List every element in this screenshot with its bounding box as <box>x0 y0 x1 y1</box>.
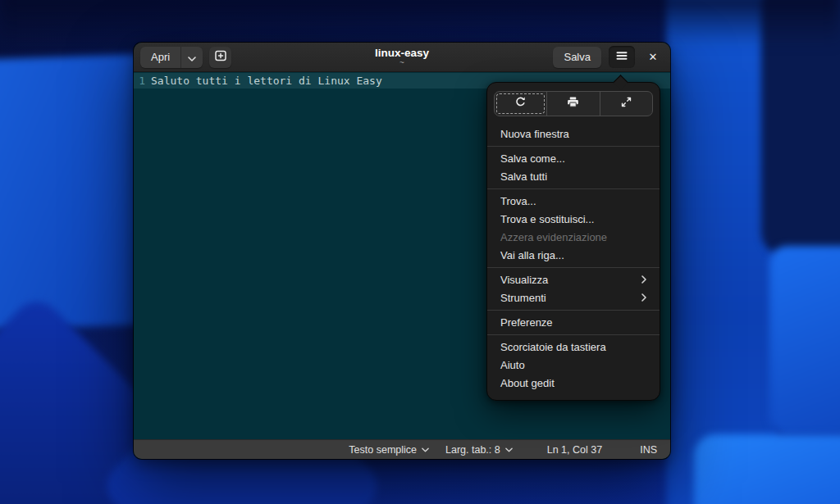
wallpaper-cube <box>694 434 840 504</box>
tab-width-label: Larg. tab.: 8 <box>445 444 500 456</box>
cursor-position: Ln 1, Col 37 <box>547 444 602 456</box>
open-button[interactable]: Apri <box>140 47 180 68</box>
menu-group: Scorciatoie da tastiera Aiuto About gedi… <box>487 334 660 395</box>
menu-item-about-gedit[interactable]: About gedit <box>492 374 655 392</box>
menu-item-azzera-evidenziazione: Azzera evidenziazione <box>492 228 655 246</box>
editor-line-text: Saluto tutti i lettori di Linux Easy <box>145 75 382 87</box>
new-tab-button[interactable] <box>209 47 231 68</box>
open-split-button: Apri <box>140 47 203 68</box>
menu-item-label: Preferenze <box>500 316 553 329</box>
menu-item-label: Salva come... <box>500 152 565 165</box>
menu-item-label: Azzera evidenziazione <box>500 231 607 243</box>
wallpaper-cube <box>769 246 840 434</box>
insert-mode-indicator: INS <box>640 444 657 456</box>
window-title: linux-easy <box>375 47 429 59</box>
reload-icon <box>514 96 527 111</box>
language-label: Testo semplice <box>349 444 417 456</box>
menu-item-label: Trova... <box>500 195 536 207</box>
menu-group: Trova... Trova e sostituisci... Azzera e… <box>487 188 660 267</box>
desktop-wallpaper: Apri <box>0 0 840 504</box>
close-icon: ✕ <box>649 51 658 63</box>
menu-item-label: Nuova finestra <box>500 128 569 140</box>
menu-item-strumenti[interactable]: Strumenti <box>492 288 655 306</box>
tab-width-selector[interactable]: Larg. tab.: 8 <box>445 444 513 456</box>
line-number: 1 <box>134 75 145 87</box>
statusbar: Testo semplice Larg. tab.: 8 Ln 1, Col 3… <box>134 439 670 459</box>
menu-item-label: Visualizza <box>500 274 548 286</box>
menu-item-vai-alla-riga[interactable]: Vai alla riga... <box>492 246 655 264</box>
menu-item-label: Aiuto <box>500 359 525 371</box>
menu-item-label: About gedit <box>500 377 555 389</box>
print-button[interactable] <box>546 92 599 116</box>
printer-icon <box>567 96 579 111</box>
submenu-arrow-icon <box>641 275 646 284</box>
menu-item-preferenze[interactable]: Preferenze <box>492 313 655 331</box>
chevron-down-icon <box>422 447 429 452</box>
menu-item-salva-tutti[interactable]: Salva tutti <box>492 167 655 185</box>
save-button-label: Salva <box>564 51 591 63</box>
menu-item-label: Strumenti <box>500 292 546 304</box>
menu-item-visualizza[interactable]: Visualizza <box>492 270 655 288</box>
menu-group: Salva come... Salva tutti <box>487 146 660 188</box>
menu-group: Visualizza Strumenti <box>487 267 660 310</box>
chevron-down-icon <box>188 50 196 65</box>
hamburger-menu-button[interactable] <box>609 46 635 68</box>
titlebar[interactable]: Apri <box>134 43 670 72</box>
main-menu-popover: Nuova finestra Salva come... Salva tutti… <box>486 82 660 401</box>
close-button[interactable]: ✕ <box>642 47 664 68</box>
fullscreen-icon <box>620 96 632 111</box>
reload-button[interactable] <box>495 92 546 116</box>
save-button[interactable]: Salva <box>553 47 601 68</box>
menu-item-nuova-finestra[interactable]: Nuova finestra <box>492 125 655 143</box>
menu-item-scorciatoie-da-tastiera[interactable]: Scorciatoie da tastiera <box>492 338 655 356</box>
menu-item-aiuto[interactable]: Aiuto <box>492 356 655 374</box>
menu-item-label: Vai alla riga... <box>500 249 564 261</box>
submenu-arrow-icon <box>641 293 646 302</box>
menu-item-trova[interactable]: Trova... <box>492 192 655 210</box>
menu-item-trova-e-sostituisci[interactable]: Trova e sostituisci... <box>492 210 655 228</box>
menu-group: Nuova finestra <box>487 122 660 146</box>
menu-item-label: Scorciatoie da tastiera <box>500 341 606 353</box>
menu-item-label: Salva tutti <box>500 170 547 183</box>
menu-item-salva-come[interactable]: Salva come... <box>492 149 655 167</box>
menu-icon-row <box>494 91 653 116</box>
open-button-label: Apri <box>151 51 170 63</box>
language-selector[interactable]: Testo semplice <box>349 444 429 456</box>
fullscreen-button[interactable] <box>600 92 652 116</box>
wallpaper-shade <box>0 0 840 46</box>
new-tab-icon <box>214 49 227 66</box>
chevron-down-icon <box>505 447 513 452</box>
menu-item-label: Trova e sostituisci... <box>500 213 594 225</box>
menu-group: Preferenze <box>487 310 660 334</box>
open-dropdown-button[interactable] <box>180 47 203 68</box>
window-subtitle: ~ <box>399 59 404 67</box>
hamburger-icon <box>615 49 628 66</box>
